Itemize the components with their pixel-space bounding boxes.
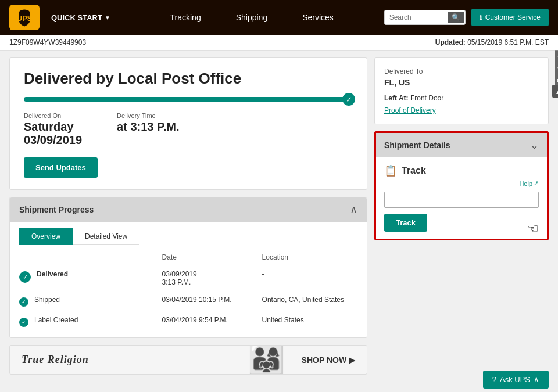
left-panel: Delivered by Local Post Office ✓ Deliver… [9,57,367,375]
updated-text: Updated: 05/15/2019 6:51 P.M. EST [435,38,549,46]
shipment-progress-body: Overview Detailed View Date Location [10,222,367,337]
shipped-label: Shipped [34,296,60,304]
delivered-date-line1: Saturday [24,120,82,134]
delivered-on-label: Delivered On [24,112,82,119]
shipped-location-cell: Ontario, CA, United States [253,291,367,311]
quick-start-label: QUICK START [51,13,102,22]
svg-text:UPS: UPS [17,15,32,23]
track-row: 📋 Track [384,164,539,177]
shipment-progress-header: Shipment Progress ∧ [10,197,367,222]
nav-link-services[interactable]: Services [302,13,334,22]
ask-ups-chevron-icon: ∧ [534,375,539,384]
col-location: Location [253,250,367,265]
label-created-icon: ✓ [19,318,28,327]
search-button[interactable]: 🔍 [448,12,464,23]
right-panel: Delivered To FL, US Left At: Front Door … [374,57,549,375]
delivery-time-value: at 3:13 P.M. [117,120,179,134]
col-date: Date [153,250,253,265]
shipment-progress-toggle[interactable]: ∧ [350,203,357,216]
status-col-label-created: ✓ Label Created [19,316,144,327]
status-col-shipped: ✓ Shipped [19,296,144,307]
progress-table: Date Location ✓ Delivered [10,250,367,332]
ask-ups-icon: ? [492,375,496,384]
delivered-to-card: Delivered To FL, US Left At: Front Door … [374,57,549,124]
delivery-time-label: Delivery Time [117,112,179,119]
ask-ups-button[interactable]: ? Ask UPS ∧ [483,371,549,389]
search-box: 🔍 [384,10,466,25]
ad-brand-text: True Religion [22,354,89,366]
delivered-icon: ✓ [19,271,31,283]
shipment-details-card: Shipment Details ⌄ 📋 Track Help ↗ Track … [374,131,549,240]
updated-label: Updated: [435,38,466,46]
delivery-meta: Delivered On Saturday 03/09/2019 Deliver… [24,112,353,147]
shipment-details-title: Shipment Details [384,141,450,150]
bottom-bar: ? Ask UPS ∧ [0,367,558,392]
quick-start-arrow-icon: ▼ [105,15,110,21]
delivery-title: Delivered by Local Post Office [24,70,353,88]
track-button[interactable]: Track [384,214,427,232]
delivered-label: Delivered [37,270,68,278]
main-content: Delivered by Local Post Office ✓ Deliver… [0,51,558,382]
help-external-icon: ↗ [534,179,539,187]
table-row: ✓ Delivered 03/09/20193:13 P.M. - [10,265,367,292]
delivered-to-location: FL, US [384,78,539,87]
delivered-to-label: Delivered To [384,67,539,75]
send-updates-button[interactable]: Send Updates [24,157,98,178]
col-activity [10,250,153,265]
track-input[interactable] [384,192,539,208]
progress-bar-wrap: ✓ [24,97,353,102]
customer-service-button[interactable]: ℹ Customer Service [471,9,549,26]
progress-bar-fill [24,97,353,102]
updated-value: 05/15/2019 6:51 P.M. EST [467,38,549,46]
shipped-date-cell: 03/04/2019 10:15 P.M. [153,291,253,311]
label-created-location-cell: United States [253,311,367,332]
table-row: ✓ Label Created 03/04/2019 9:54 P.M. Uni… [10,311,367,332]
customer-service-label: Customer Service [485,13,541,21]
feedback-arrow-icon[interactable]: ▲ [552,85,558,98]
ask-ups-label: Ask UPS [500,375,530,384]
track-clipboard-icon: 📋 [384,164,397,177]
table-row: ✓ Shipped 03/04/2019 10:15 P.M. Ontario,… [10,291,367,311]
progress-check-icon: ✓ [342,93,355,106]
delivered-date: Saturday 03/09/2019 [24,120,82,147]
left-at-text: Left At: Front Door [384,94,539,102]
track-section: 📋 Track Help ↗ Track [376,157,547,239]
help-link[interactable]: Help ↗ [384,179,539,187]
delivery-card: Delivered by Local Post Office ✓ Deliver… [9,57,367,190]
nav-link-tracking[interactable]: Tracking [170,13,201,22]
shipment-details-header[interactable]: Shipment Details ⌄ [376,133,547,157]
ups-logo: UPS [9,5,40,30]
left-at-value: Front Door [410,94,443,102]
tab-overview[interactable]: Overview [19,228,73,245]
ad-shop-now[interactable]: SHOP NOW ▶ [302,355,355,365]
delivered-date-line2: 03/09/2019 [24,134,82,147]
nav-links: Tracking Shipping Services [120,13,384,22]
label-created-label: Label Created [34,316,78,324]
customer-service-icon: ℹ [480,13,482,21]
feedback-tab[interactable]: Feedback [555,50,558,87]
quick-start-menu[interactable]: QUICK START ▼ [45,13,116,22]
track-label: Track [402,166,426,176]
status-col-delivered: ✓ Delivered [19,270,144,283]
shipment-progress-title: Shipment Progress [19,205,94,214]
left-at-label: Left At: [384,94,409,102]
proof-of-delivery-link[interactable]: Proof of Delivery [384,106,436,114]
delivery-on-block: Delivered On Saturday 03/09/2019 [24,112,82,147]
shipment-details-toggle-icon: ⌄ [530,139,539,152]
nav-right: 🔍 ℹ Customer Service [384,9,549,26]
label-created-date-cell: 03/04/2019 9:54 P.M. [153,311,253,332]
shipment-progress-section: Shipment Progress ∧ Overview Detailed Vi… [9,197,367,338]
nav-link-shipping[interactable]: Shipping [236,13,268,22]
delivered-location-cell: - [253,265,367,292]
tab-detailed-view[interactable]: Detailed View [73,228,140,245]
nav-bar: UPS QUICK START ▼ Tracking Shipping Serv… [0,0,558,35]
progress-bar-bg [24,97,353,102]
help-text: Help [519,180,532,187]
shipped-icon: ✓ [19,297,28,307]
tracking-number: 1Z9F09W4YW39449903 [9,38,86,46]
cursor-hand-icon: ☞ [527,221,539,236]
delivered-date-cell: 03/09/20193:13 P.M. [153,265,253,292]
info-bar: 1Z9F09W4YW39449903 Updated: 05/15/2019 6… [0,35,558,51]
view-tabs: Overview Detailed View [10,222,367,245]
delivery-time-block: Delivery Time at 3:13 P.M. [117,112,179,147]
